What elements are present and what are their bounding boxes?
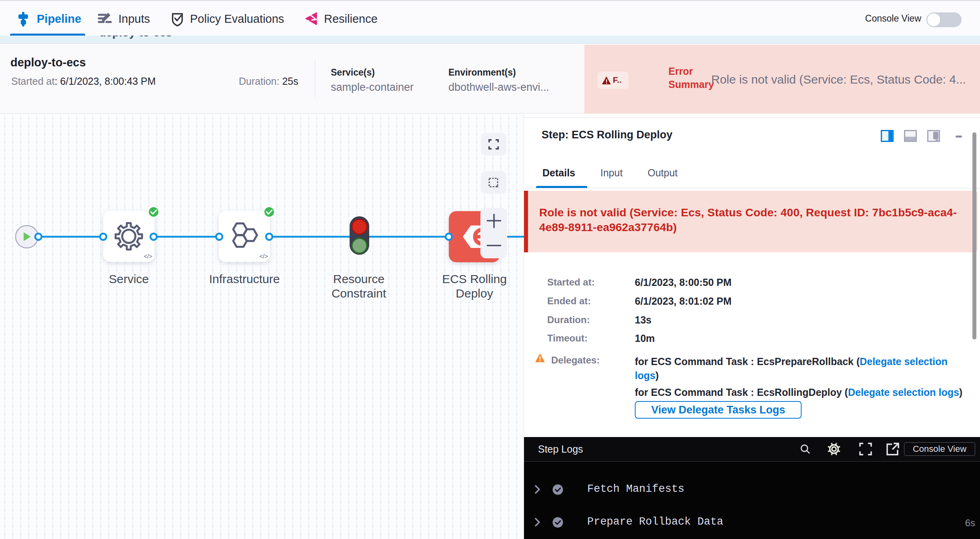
svg-text:Resource: Resource [333,272,384,285]
svg-text:Service: Service [109,272,149,285]
svg-text:Constraint: Constraint [332,287,386,300]
svg-text:Infrastructure: Infrastructure [209,272,280,285]
svg-text:Deploy: Deploy [456,287,493,300]
svg-text:ECS Rolling: ECS Rolling [442,272,507,285]
svg-text:</>: </> [144,253,152,260]
svg-text:</>: </> [259,253,268,260]
